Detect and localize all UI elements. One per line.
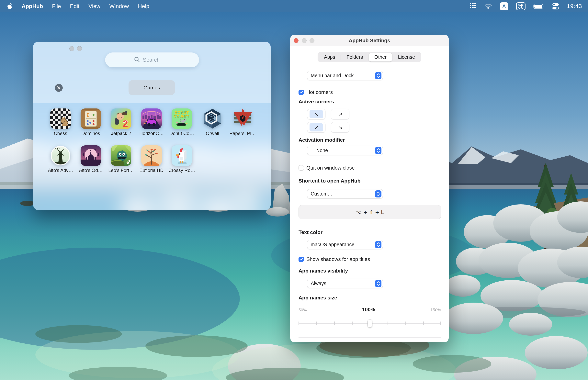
- size-min-label: 50%: [299, 307, 307, 312]
- app-label: Alto's Adv…: [46, 168, 75, 173]
- svg-text:COUNTY: COUNTY: [174, 114, 190, 118]
- search-input[interactable]: [143, 57, 171, 63]
- leos-fortune-app-icon: [111, 145, 131, 166]
- apps-grid-icon[interactable]: [470, 3, 476, 10]
- app-names-visibility-popup[interactable]: Always: [307, 279, 383, 288]
- svg-text:DONUT: DONUT: [175, 111, 189, 114]
- launcher-close-button[interactable]: [69, 46, 74, 51]
- menu-edit[interactable]: Edit: [70, 3, 79, 9]
- show-in-popup[interactable]: Menu bar and Dock: [307, 71, 383, 80]
- show-in-popup-value: Menu bar and Dock: [307, 73, 354, 78]
- menu-window[interactable]: Window: [109, 3, 129, 9]
- app-names-size-slider[interactable]: [299, 319, 441, 327]
- text-color-popup[interactable]: macOS appearance: [307, 240, 383, 249]
- shortcut-popup-value: Custom…: [307, 191, 333, 197]
- size-current-label: 100%: [362, 306, 375, 313]
- arrow-down-right-icon: ↘: [338, 124, 342, 131]
- app-horizon-chase[interactable]: HorizonC…: [137, 109, 166, 136]
- quit-on-close-checkbox[interactable]: [299, 165, 304, 171]
- app-label: Papers, Pl…: [228, 131, 257, 136]
- section-divider: [299, 225, 441, 225]
- svg-text:A: A: [502, 3, 506, 9]
- arrow-up-left-icon: ↖: [314, 111, 319, 117]
- svg-text:2: 2: [123, 118, 128, 129]
- app-donut-county[interactable]: DONUT COUNTY Donut Co…: [167, 109, 196, 136]
- app-orwell[interactable]: Orwell: [198, 109, 227, 136]
- text-color-value: macOS appearance: [307, 242, 354, 247]
- papers-please-app-icon: [232, 109, 253, 129]
- slider-tick: [299, 322, 299, 325]
- shortcut-recorder-field[interactable]: ⌥ + ⇧ + L: [299, 205, 441, 219]
- app-papers-please[interactable]: Papers, Pl…: [228, 109, 257, 136]
- app-names-visibility-value: Always: [307, 281, 326, 286]
- corner-top-left-button[interactable]: ↖: [307, 109, 325, 119]
- battery-icon[interactable]: [533, 4, 544, 9]
- show-shadows-row[interactable]: Show shadows for app titles: [299, 256, 370, 262]
- app-eufloria-hd[interactable]: Eufloria HD: [137, 145, 166, 173]
- apple-menu-icon[interactable]: [7, 3, 13, 10]
- hot-corners-checkbox[interactable]: [299, 90, 304, 95]
- apphub-settings-window: AppHub Settings Apps Folders Other Licen…: [290, 35, 449, 342]
- popup-stepper-icon: [375, 280, 381, 287]
- activation-modifier-popup[interactable]: None: [307, 146, 383, 155]
- menu-file[interactable]: File: [52, 3, 61, 9]
- menubar-clock[interactable]: 19:43: [567, 3, 582, 9]
- app-leos-fortune[interactable]: Leo's Fort…: [106, 145, 136, 173]
- menu-view[interactable]: View: [88, 3, 100, 9]
- arrow-up-right-icon: ↗: [338, 111, 342, 117]
- section-divider: [299, 337, 441, 338]
- slider-tick: [405, 322, 406, 325]
- wifi-icon[interactable]: [484, 3, 492, 9]
- slider-tick: [352, 322, 353, 325]
- app-altos-adventure[interactable]: Alto's Adv…: [46, 145, 75, 173]
- corner-bottom-right-button[interactable]: ↘: [331, 122, 349, 133]
- app-label: Chess: [46, 131, 75, 136]
- app-altos-odyssey[interactable]: Alto's Od…: [76, 145, 106, 173]
- corner-top-right-button[interactable]: ↗: [331, 109, 349, 119]
- show-shadows-checkbox[interactable]: [299, 257, 304, 262]
- app-jetpack-2[interactable]: 2 Jetpack 2: [106, 109, 136, 136]
- slider-tick: [334, 322, 335, 325]
- eufloria-hd-app-icon: [141, 145, 162, 166]
- keyboard-command-icon[interactable]: [516, 2, 526, 10]
- slider-tick: [316, 322, 317, 325]
- app-label: Eufloria HD: [137, 168, 166, 173]
- svg-text:♞: ♞: [58, 114, 70, 129]
- popup-stepper-icon: [375, 190, 381, 197]
- app-chess[interactable]: ♞ Chess: [46, 109, 75, 136]
- orwell-app-icon: [202, 109, 223, 129]
- jetpack-2-app-icon: 2: [111, 109, 131, 129]
- app-dominos[interactable]: Dominos: [76, 109, 106, 136]
- dominos-app-icon: [81, 109, 101, 129]
- slider-tick: [388, 322, 388, 325]
- popup-stepper-icon: [375, 147, 381, 154]
- slider-thumb[interactable]: [367, 319, 372, 327]
- app-label: Leo's Fort…: [106, 168, 136, 173]
- filter-chip-games[interactable]: Games: [129, 80, 175, 95]
- menubar-app-name[interactable]: AppHub: [22, 3, 43, 9]
- control-toggles-icon[interactable]: [552, 3, 559, 10]
- search-field[interactable]: [105, 53, 199, 67]
- menu-bar: AppHub File Edit View Window Help: [0, 0, 588, 12]
- input-source-icon[interactable]: A: [500, 2, 508, 10]
- app-label: Donut Co…: [167, 131, 196, 136]
- slider-tick: [423, 322, 424, 325]
- app-crossy-road[interactable]: Crossy Ro…: [167, 145, 196, 173]
- app-label: Orwell: [198, 131, 227, 136]
- chess-app-icon: ♞: [50, 109, 71, 129]
- app-names-size-scale: 50% 100% 150%: [299, 306, 441, 313]
- text-color-heading: Text color: [299, 229, 322, 235]
- launcher-minimize-button[interactable]: [77, 46, 82, 51]
- quit-on-close-row[interactable]: Quit on window close: [299, 165, 355, 171]
- horizon-chase-app-icon: [141, 109, 162, 129]
- menu-help[interactable]: Help: [138, 3, 149, 9]
- popup-stepper-icon: [375, 72, 381, 79]
- corner-bottom-left-button[interactable]: ↙: [307, 122, 325, 133]
- clipped-next-section-heading: App icons size: [299, 341, 334, 342]
- shortcut-popup[interactable]: Custom…: [307, 189, 383, 198]
- clear-filter-button[interactable]: [55, 84, 63, 92]
- search-icon: [134, 57, 140, 63]
- apphub-launcher-window: Games ♞ Chess: [33, 42, 271, 210]
- hot-corners-row[interactable]: Hot corners: [299, 89, 333, 95]
- app-label: HorizonC…: [137, 131, 166, 136]
